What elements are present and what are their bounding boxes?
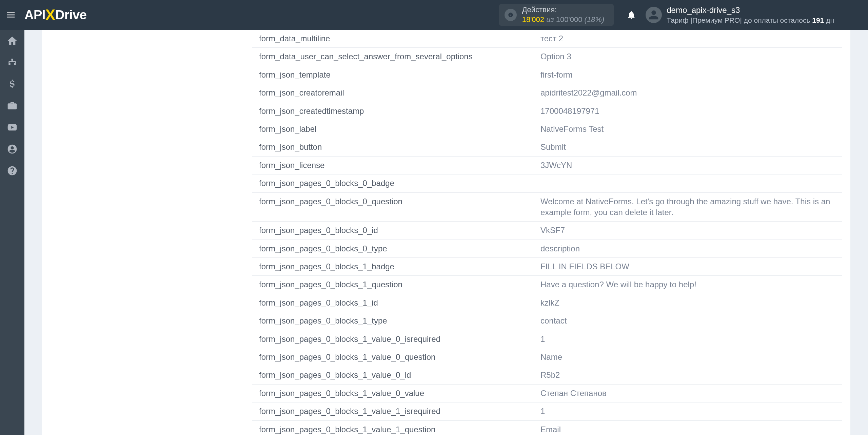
field-key: form_json_pages_0_blocks_0_type (252, 240, 534, 257)
actions-label: Действия: (522, 5, 605, 15)
table-row: form_json_labelNativeForms Test (252, 120, 842, 138)
field-value: 1 (534, 330, 842, 348)
field-value: contact (534, 312, 842, 330)
content: form_data_multilineтест 2form_data_user_… (24, 30, 868, 435)
field-key: form_json_license (252, 156, 534, 174)
field-key: form_json_pages_0_blocks_1_value_1_quest… (252, 420, 534, 435)
table-row: form_json_pages_0_blocks_0_badge (252, 174, 842, 192)
left-nav (0, 30, 24, 435)
field-key: form_json_pages_0_blocks_1_value_1_isreq… (252, 402, 534, 420)
user-circle-icon (7, 144, 18, 154)
field-key: form_json_pages_0_blocks_1_value_0_value (252, 384, 534, 402)
field-value: 1 (534, 402, 842, 420)
field-key: form_json_pages_0_blocks_0_id (252, 222, 534, 240)
field-value: Submit (534, 138, 842, 156)
actions-text: Действия: 18'002 из 100'000 (18%) (522, 5, 605, 24)
field-value: kzlkZ (534, 294, 842, 312)
table-row: form_json_pages_0_blocks_0_idVkSF7 (252, 222, 842, 240)
nav-integrations[interactable] (0, 51, 24, 73)
info-icon (505, 9, 517, 21)
table-row: form_json_pages_0_blocks_1_value_0_quest… (252, 348, 842, 366)
field-value: apidritest2022@gmail.com (534, 84, 842, 102)
table-row: form_json_pages_0_blocks_1_value_1_isreq… (252, 402, 842, 420)
table-row: form_json_pages_0_blocks_1_idkzlkZ (252, 294, 842, 312)
menu-toggle[interactable] (0, 0, 22, 30)
nav-account[interactable] (0, 138, 24, 160)
field-key: form_json_label (252, 120, 534, 138)
home-icon (7, 35, 18, 46)
table-row: form_json_pages_0_blocks_0_typedescripti… (252, 240, 842, 257)
user-icon (648, 9, 659, 20)
logo-drive: Drive (55, 8, 87, 22)
field-value: Name (534, 348, 842, 366)
field-key: form_json_pages_0_blocks_0_badge (252, 174, 534, 192)
table-row: form_json_pages_0_blocks_1_typecontact (252, 312, 842, 330)
field-value: FILL IN FIELDS BELOW (534, 258, 842, 276)
table-row: form_data_multilineтест 2 (252, 30, 842, 48)
logo-x: X (45, 6, 55, 23)
notifications-button[interactable] (623, 7, 639, 23)
logo[interactable]: APIXDrive (24, 6, 86, 23)
avatar[interactable] (646, 7, 662, 23)
field-key: form_json_pages_0_blocks_0_question (252, 192, 534, 222)
actions-usage[interactable]: Действия: 18'002 из 100'000 (18%) (499, 4, 614, 26)
field-value: Степан Степанов (534, 384, 842, 402)
table-row: form_json_pages_0_blocks_1_value_0_value… (252, 384, 842, 402)
field-value: Email (534, 420, 842, 435)
data-table: form_data_multilineтест 2form_data_user_… (252, 30, 842, 435)
table-row: form_json_creatoremailapidritest2022@gma… (252, 84, 842, 102)
sitemap-icon (7, 57, 18, 68)
briefcase-icon (7, 100, 18, 111)
table-row: form_json_pages_0_blocks_1_badgeFILL IN … (252, 258, 842, 276)
field-value: Option 3 (534, 48, 842, 66)
help-icon (7, 165, 18, 176)
field-value: 3JWcYN (534, 156, 842, 174)
table-row: form_json_pages_0_blocks_1_value_0_idR5b… (252, 366, 842, 384)
nav-home[interactable] (0, 30, 24, 51)
table-row: form_json_pages_0_blocks_0_questionWelco… (252, 192, 842, 222)
dollar-icon (7, 79, 18, 89)
table-row: form_json_pages_0_blocks_1_value_1_quest… (252, 420, 842, 435)
field-key: form_json_pages_0_blocks_1_question (252, 276, 534, 294)
field-value: NativeForms Test (534, 120, 842, 138)
logo-api: API (24, 8, 45, 22)
panel: form_data_multilineтест 2form_data_user_… (42, 30, 850, 435)
nav-video[interactable] (0, 117, 24, 138)
field-key: form_json_pages_0_blocks_1_value_0_id (252, 366, 534, 384)
field-key: form_data_user_can_select_answer_from_se… (252, 48, 534, 66)
field-key: form_json_createdtimestamp (252, 102, 534, 120)
user-name: demo_apix-drive_s3 (667, 5, 834, 16)
field-value: description (534, 240, 842, 257)
field-value: Welcome at NativeForms. Let's go through… (534, 192, 842, 222)
field-key: form_data_multiline (252, 30, 534, 48)
table-row: form_json_buttonSubmit (252, 138, 842, 156)
field-value: Have a question? We will be happy to hel… (534, 276, 842, 294)
field-value: R5b2 (534, 366, 842, 384)
table-row: form_json_pages_0_blocks_1_value_0_isreq… (252, 330, 842, 348)
nav-help[interactable] (0, 160, 24, 182)
table-row: form_json_createdtimestamp1700048197971 (252, 102, 842, 120)
user-block[interactable]: demo_apix-drive_s3 Тариф |Премиум PRO| д… (667, 5, 834, 25)
field-key: form_json_template (252, 66, 534, 84)
nav-billing[interactable] (0, 73, 24, 95)
field-value (534, 174, 842, 192)
table-row: form_json_pages_0_blocks_1_questionHave … (252, 276, 842, 294)
hamburger-icon (6, 10, 16, 20)
field-key: form_json_creatoremail (252, 84, 534, 102)
topbar: APIXDrive Действия: 18'002 из 100'000 (1… (0, 0, 868, 30)
user-sub: Тариф |Премиум PRO| до оплаты осталось 1… (667, 16, 834, 25)
nav-partners[interactable] (0, 95, 24, 117)
field-key: form_json_pages_0_blocks_1_badge (252, 258, 534, 276)
table-row: form_json_templatefirst-form (252, 66, 842, 84)
youtube-icon (7, 122, 18, 133)
field-key: form_json_pages_0_blocks_1_value_0_quest… (252, 348, 534, 366)
user-menu-toggle[interactable] (834, 7, 861, 22)
field-value: first-form (534, 66, 842, 84)
field-value: тест 2 (534, 30, 842, 48)
bell-icon (627, 10, 636, 20)
field-key: form_json_button (252, 138, 534, 156)
field-key: form_json_pages_0_blocks_1_type (252, 312, 534, 330)
field-key: form_json_pages_0_blocks_1_value_0_isreq… (252, 330, 534, 348)
table-row: form_data_user_can_select_answer_from_se… (252, 48, 842, 66)
actions-numbers: 18'002 из 100'000 (18%) (522, 15, 605, 25)
